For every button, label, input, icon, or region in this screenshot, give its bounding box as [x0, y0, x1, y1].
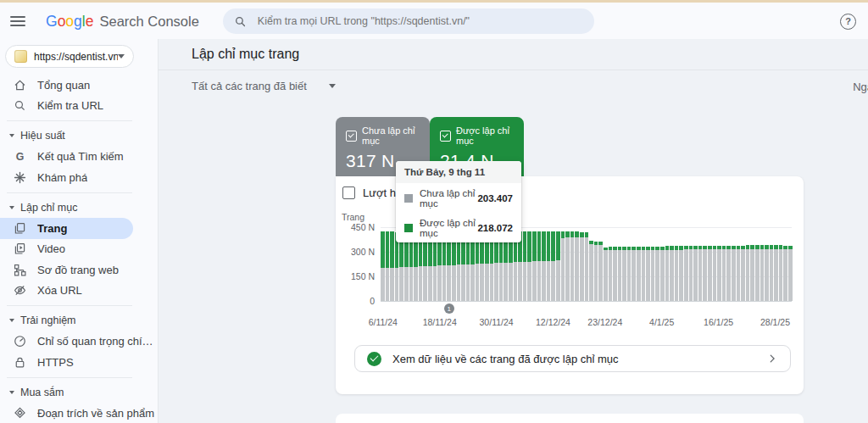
bar-day-44[interactable] [589, 241, 593, 301]
bar-day-32[interactable] [532, 231, 537, 301]
bar-day-78[interactable] [750, 245, 754, 301]
bar-segment-not-indexed [693, 249, 698, 301]
bar-day-80[interactable] [760, 245, 765, 301]
bar-day-77[interactable] [746, 245, 750, 301]
bar-day-60[interactable] [665, 246, 670, 301]
bar-day-50[interactable] [618, 247, 622, 301]
sidebar-item-khám-phá[interactable]: Khám phá [0, 167, 158, 188]
bar-day-31[interactable] [527, 231, 531, 301]
bar-day-38[interactable] [561, 231, 565, 301]
bar-day-36[interactable] [551, 231, 555, 301]
bar-day-47[interactable] [604, 248, 608, 301]
sidebar-item-https[interactable]: HTTPS [0, 352, 158, 373]
bar-segment-not-indexed [770, 249, 774, 301]
chart-annotation-marker[interactable]: 1 [444, 303, 454, 314]
view-indexed-data-button[interactable]: Xem dữ liệu về các trang đã được lập chỉ… [354, 345, 791, 372]
bar-day-58[interactable] [655, 247, 659, 301]
bar-day-63[interactable] [679, 246, 683, 301]
sidebar-section-mua-sắm[interactable]: Mua sắm [0, 382, 158, 404]
bar-day-53[interactable] [632, 247, 636, 301]
bar-day-0[interactable] [381, 231, 385, 301]
top-strip [0, 0, 868, 3]
sidebar-section-lập-chỉ-mục[interactable]: Lập chỉ mục [0, 198, 158, 219]
bar-day-41[interactable] [575, 231, 579, 301]
bar-day-71[interactable] [717, 246, 721, 301]
check-circle-icon [367, 352, 381, 366]
checkbox-checked-icon[interactable] [440, 131, 451, 142]
bar-day-84[interactable] [779, 245, 783, 301]
bar-day-45[interactable] [594, 242, 598, 301]
bar-day-86[interactable] [788, 246, 793, 301]
bar-day-37[interactable] [556, 231, 560, 301]
bar-day-62[interactable] [675, 246, 679, 301]
bar-day-30[interactable] [523, 231, 527, 301]
bar-day-1[interactable] [386, 231, 390, 301]
bar-day-59[interactable] [660, 247, 665, 301]
bar-day-55[interactable] [642, 247, 646, 301]
bar-day-2[interactable] [390, 231, 394, 301]
bar-day-46[interactable] [598, 242, 603, 301]
bar-day-43[interactable] [585, 232, 589, 301]
bar-segment-not-indexed [708, 249, 712, 301]
bar-segment-not-indexed [609, 250, 613, 301]
bar-day-70[interactable] [713, 246, 717, 301]
bar-day-34[interactable] [542, 231, 546, 301]
bar-day-39[interactable] [565, 231, 570, 301]
bar-day-74[interactable] [732, 246, 736, 301]
page-filter[interactable]: Tất cả các trang đã biết [192, 80, 336, 92]
checkbox-unchecked-icon[interactable] [342, 186, 355, 199]
top-right-clipped-label[interactable]: Ngà [853, 81, 868, 93]
bar-day-35[interactable] [547, 231, 551, 301]
sidebar-item-trang[interactable]: Trang [0, 218, 133, 239]
bar-day-64[interactable] [684, 246, 688, 301]
bar-day-76[interactable] [741, 246, 745, 301]
bar-day-68[interactable] [703, 246, 707, 301]
help-icon[interactable]: ? [840, 14, 856, 30]
bar-day-85[interactable] [783, 246, 787, 301]
url-inspection-searchbox[interactable] [223, 8, 594, 34]
bar-day-65[interactable] [689, 246, 693, 301]
bar-day-54[interactable] [637, 247, 641, 301]
bar-day-69[interactable] [708, 246, 712, 301]
bar-day-57[interactable] [651, 247, 655, 301]
bar-day-52[interactable] [627, 247, 632, 301]
bar-day-83[interactable] [774, 245, 778, 301]
sidebar-item-đoạn-trích-về-sản-phẩm[interactable]: Đoạn trích về sản phẩm [0, 403, 158, 423]
sidebar-section-trải-nghiệm[interactable]: Trải nghiệm [0, 310, 158, 331]
sidebar-item-sơ-đồ-trang-web[interactable]: Sơ đồ trang web [0, 259, 158, 281]
sidebar-item-kết-quả-tìm-kiếm[interactable]: GKết quả Tìm kiếm [0, 147, 158, 168]
sidebar-item-video[interactable]: Video [0, 239, 158, 260]
sidebar-item-kiểm-tra-url[interactable]: Kiểm tra URL [0, 96, 158, 117]
bar-day-73[interactable] [726, 246, 731, 301]
bar-day-82[interactable] [770, 245, 774, 301]
bar-day-56[interactable] [646, 247, 650, 301]
bar-day-79[interactable] [755, 245, 760, 301]
bar-day-75[interactable] [737, 246, 741, 301]
bar-day-61[interactable] [670, 246, 674, 301]
bar-day-66[interactable] [693, 246, 698, 301]
bar-day-51[interactable] [622, 247, 626, 301]
bar-segment-indexed [561, 231, 565, 237]
bar-day-40[interactable] [570, 231, 575, 301]
sidebar-item-xóa-url[interactable]: Xóa URL [0, 281, 158, 302]
bar-segment-not-indexed [390, 268, 394, 301]
bar-day-48[interactable] [609, 247, 613, 301]
menu-icon[interactable] [10, 16, 25, 26]
search-input[interactable] [256, 14, 583, 28]
app-logo[interactable]: Google Search Console [46, 13, 199, 31]
checkbox-checked-icon[interactable] [346, 131, 357, 142]
sidebar-item-tổng-quan[interactable]: Tổng quan [0, 75, 158, 96]
sidebar: https://sqdentist.vn/ Tổng quanKiểm tra … [0, 39, 159, 423]
bar-day-81[interactable] [765, 245, 769, 301]
bar-day-72[interactable] [722, 246, 726, 301]
property-selector[interactable]: https://sqdentist.vn/ [5, 45, 134, 68]
bar-segment-not-indexed [490, 264, 494, 301]
sidebar-item-chỉ-số-quan-trọng-chính[interactable]: Chỉ số quan trọng chính ... [0, 331, 158, 353]
gridline [381, 301, 792, 302]
sidebar-section-hiệu-suất[interactable]: Hiệu suất [0, 125, 158, 147]
bar-day-42[interactable] [580, 232, 584, 301]
bar-day-49[interactable] [613, 247, 617, 301]
bar-day-67[interactable] [698, 246, 703, 301]
bar-day-33[interactable] [537, 231, 542, 301]
x-tick-label: 16/1/25 [704, 317, 733, 327]
